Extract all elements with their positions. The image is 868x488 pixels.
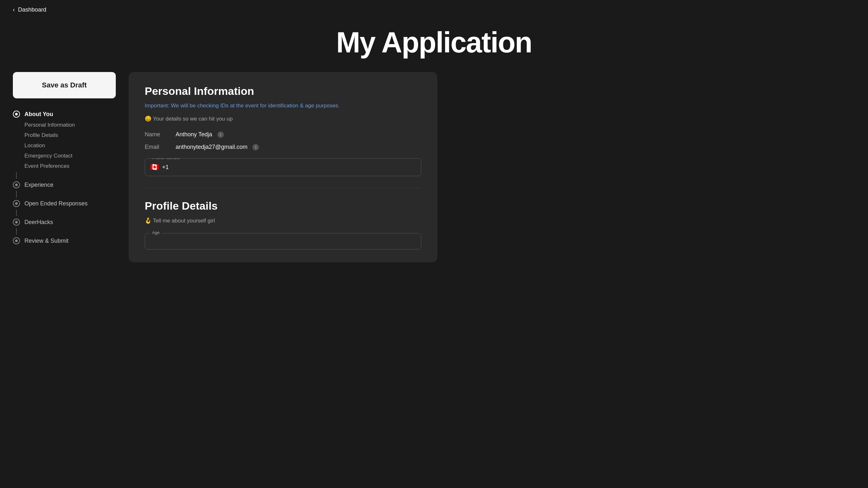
sub-nav-about-you: Personal Information Profile Details Loc… xyxy=(13,120,116,171)
name-info-icon[interactable]: i xyxy=(217,131,224,138)
nav-icon-about-you xyxy=(13,110,20,118)
phone-container: Phone Number 🇨🇦 +1 xyxy=(145,158,421,176)
sub-nav-profile-details[interactable]: Profile Details xyxy=(25,131,116,140)
connector-1 xyxy=(16,172,17,179)
profile-details-title: Profile Details xyxy=(145,200,421,212)
form-card: Personal Information Important: We will … xyxy=(129,72,437,262)
nav-icon-experience xyxy=(13,181,20,188)
email-row: Email anthonytedja27@gmail.com i xyxy=(145,144,421,151)
nav-icon-inner-review xyxy=(15,239,18,242)
name-label: Name xyxy=(145,131,170,138)
nav-icon-deerhacks xyxy=(13,219,20,226)
email-label: Email xyxy=(145,144,170,151)
nav-icon-open-ended xyxy=(13,200,20,207)
personal-subtitle: 😄 Your details so we can hit you up xyxy=(145,116,421,122)
connector-4 xyxy=(16,228,17,235)
sub-nav-location[interactable]: Location xyxy=(25,141,116,151)
nav-icon-review xyxy=(13,237,20,244)
connector-3 xyxy=(16,209,17,216)
phone-input[interactable] xyxy=(172,164,416,171)
connector-2 xyxy=(16,191,17,197)
subtitle-emoji: 😄 xyxy=(145,116,152,122)
phone-field-wrapper: Phone Number 🇨🇦 +1 xyxy=(145,158,421,176)
email-info-icon[interactable]: i xyxy=(252,144,259,151)
sidebar-item-about-you[interactable]: About You xyxy=(13,108,116,120)
sub-nav-event-preferences[interactable]: Event Preferences xyxy=(25,161,116,171)
save-draft-button[interactable]: Save as Draft xyxy=(13,72,116,98)
back-icon[interactable]: ‹ xyxy=(13,6,15,13)
nav-icon-inner-experience xyxy=(15,184,18,186)
sidebar-item-review[interactable]: Review & Submit xyxy=(13,235,116,247)
age-input[interactable] xyxy=(150,238,416,245)
sidebar-item-experience[interactable]: Experience xyxy=(13,179,116,191)
profile-emoji: 🪝 xyxy=(145,218,152,224)
important-notice: Important: We will be checking IDs at th… xyxy=(145,102,421,109)
profile-subtitle: 🪝 Tell me about yourself girl xyxy=(145,217,421,224)
sidebar-label-review: Review & Submit xyxy=(25,237,68,244)
country-code: +1 xyxy=(162,164,169,171)
personal-information-title: Personal Information xyxy=(145,85,421,97)
sidebar-label-open-ended: Open Ended Responses xyxy=(25,200,88,207)
dashboard-link[interactable]: Dashboard xyxy=(18,6,46,13)
phone-input-row: 🇨🇦 +1 xyxy=(145,159,421,176)
sidebar-item-open-ended[interactable]: Open Ended Responses xyxy=(13,197,116,209)
age-field-wrapper: Age xyxy=(145,233,421,250)
flag-emoji: 🇨🇦 xyxy=(150,163,159,171)
name-row: Name Anthony Tedja i xyxy=(145,131,421,138)
sidebar-item-deerhacks[interactable]: DeerHacks xyxy=(13,216,116,228)
content-area: Personal Information Important: We will … xyxy=(129,72,437,262)
sidebar-label-experience: Experience xyxy=(25,182,53,188)
nav-icon-inner-deerhacks xyxy=(15,221,18,223)
nav-icon-inner-open-ended xyxy=(15,202,18,205)
nav-section: About You Personal Information Profile D… xyxy=(13,108,116,247)
nav-icon-inner xyxy=(15,113,18,116)
page-title: My Application xyxy=(336,26,532,59)
page-title-container: My Application xyxy=(0,20,868,72)
age-label: Age xyxy=(150,230,161,235)
email-value: anthonytedja27@gmail.com xyxy=(176,144,247,151)
name-value: Anthony Tedja xyxy=(176,131,212,138)
profile-subtitle-text: Tell me about yourself girl xyxy=(152,218,215,224)
sidebar-label-about-you: About You xyxy=(25,111,53,118)
sub-nav-emergency-contact[interactable]: Emergency Contact xyxy=(25,151,116,161)
sub-nav-personal-information[interactable]: Personal Information xyxy=(25,120,116,130)
main-layout: Save as Draft About You Personal Informa… xyxy=(0,72,868,275)
top-nav: ‹ Dashboard xyxy=(0,0,868,20)
sidebar-label-deerhacks: DeerHacks xyxy=(25,219,53,226)
phone-label: Phone Number xyxy=(150,158,182,160)
section-divider xyxy=(145,188,421,188)
sidebar: Save as Draft About You Personal Informa… xyxy=(13,72,116,247)
subtitle-text: Your details so we can hit you up xyxy=(152,116,232,122)
